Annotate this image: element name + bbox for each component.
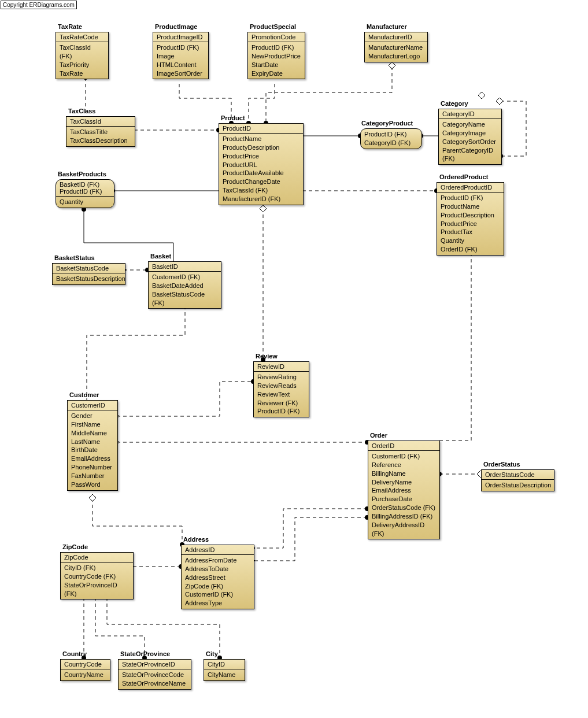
pk: BasketStatusCode [53,264,125,273]
attr: CategoryImage [442,129,498,138]
attr: PassWord [71,480,114,489]
attr: CategoryName [442,120,498,129]
attr: CountryName [64,671,106,679]
attr: FaxNumber [71,472,114,480]
entity-title-orderstatus: OrderStatus [483,461,520,468]
entity-title-address: Address [183,536,209,543]
entity-title-product: Product [221,114,245,121]
entity-review: ReviewID ReviewRating ReviewReads Review… [253,361,309,417]
entity-basketproducts: BasketID (FK) ProductID (FK) Quantity [56,179,114,208]
attr: Reviewer (FK) [257,399,305,408]
attr: ProductChangeDate [223,177,299,186]
attr: ReviewRating [257,373,305,382]
pk: ManufacturerID [365,32,427,42]
attr: ManufacturerLogo [368,52,424,61]
attr: CustomerID (FK) [152,273,217,282]
entity-title-city: City [206,650,218,657]
pk: CustomerID [68,401,117,410]
attr: ProductURL [223,161,299,169]
attr: BirthDate [71,446,114,454]
entity-title-customer: Customer [69,391,99,398]
attr: BasketStatusDescription [56,275,121,283]
pk: StateOrProvinceID [119,660,191,669]
entity-title-taxrate: TaxRate [58,23,82,30]
pk: TaxClassId [66,117,135,127]
attr: TaxClassId (FK) [223,186,299,195]
pk: ReviewID [254,362,309,372]
attr: ProductName [223,135,299,143]
attr: ReviewReads [257,382,305,390]
entity-title-productimage: ProductImage [155,23,197,30]
attr: CityName [208,671,241,679]
entity-title-review: Review [256,353,278,360]
entity-title-orderedproduct: OrderedProduct [439,173,488,180]
attr: ProductTax [441,228,500,236]
entity-categoryproduct: ProductID (FK) CategoryID (FK) [360,128,422,149]
attr: NewProductPrice [252,52,301,61]
entity-title-order: Order [370,432,387,439]
attr: OrderStatusDescription [485,481,550,490]
entity-productspecial: PromotionCode ProductID (FK) NewProductP… [247,32,305,79]
entity-category: CategoryID CategoryName CategoryImage Ca… [438,109,502,165]
entity-stateorprovince: StateOrProvinceID StateOrProvinceCode St… [118,659,191,690]
attr: ImageSortOrder [157,69,205,78]
pk: BasketID (FK) [60,181,110,188]
entity-basket: BasketID CustomerID (FK) BasketDateAdded… [148,261,221,309]
attr: ManufacturerName [368,43,424,52]
attr: CategorySortOrder [442,138,498,146]
pk: ProductID [219,124,303,134]
entity-zipcode: ZipCode CityID (FK) CountryCode (FK) Sta… [60,552,134,599]
attr: OrderID (FK) [441,245,500,254]
attr: LastName [71,438,114,446]
attr: BasketStatusCode (FK) [152,290,217,308]
entity-title-zipcode: ZipCode [62,543,88,550]
entity-title-stateorprovince: StateOrProvince [120,650,170,657]
attr: CityID (FK) [64,564,130,572]
attr: AddressStreet [185,573,250,582]
attr: TaxPriority [60,61,105,69]
attr: AddressType [185,599,250,608]
attr: Image [157,52,205,61]
entity-title-category: Category [441,100,468,107]
attr: AddressFromDate [185,556,250,565]
pk: ProductID (FK) [364,130,418,139]
entity-title-taxclass: TaxClass [68,108,96,114]
pk: BasketID [149,262,221,272]
attr: EmailAddress [372,486,436,495]
attr: DeliveryName [372,478,436,487]
attr: CustomerID (FK) [185,590,250,599]
attr: StateOrProvinceID (FK) [64,581,130,598]
attr: ProductID (FK) [252,43,301,52]
entity-taxrate: TaxRateCode TaxClassId (FK) TaxPriority … [56,32,109,79]
pk: CountryCode [61,660,110,669]
attr: Gender [71,412,114,420]
attr: ProductPrice [441,220,500,228]
copyright-label: Copyright ERDiagrams.com [1,1,77,9]
entity-title-basket: Basket [150,253,171,260]
entity-customer: CustomerID Gender FirstName MiddleName L… [67,400,118,491]
attr: AddressToDate [185,565,250,573]
attr: PhoneNumber [71,463,114,472]
entity-title-productspecial: ProductSpecial [250,23,296,30]
attr: PurchaseDate [372,495,436,504]
attr: ExpiryDate [252,69,301,78]
pk: CityID [204,660,245,669]
attr: MiddleName [71,429,114,438]
pk: OrderID [368,441,439,451]
attr: TaxClassId (FK) [60,43,105,61]
pk: TaxRateCode [56,32,108,42]
attr: ProductID (FK) [157,43,205,52]
entity-orderstatus: OrderStatusCode OrderStatusDescription [481,469,554,491]
attr: BasketDateAdded [152,282,217,290]
entity-title-country: Country [62,650,87,657]
attr: TaxClassDescription [70,136,131,145]
attr: OrderStatusCode (FK) [372,504,436,512]
attr: EmailAddress [71,454,114,463]
entity-city: CityID CityName [204,659,245,681]
attr: BillingAddressID (FK) [372,512,436,521]
attr: ManufacturerID (FK) [223,195,299,203]
attr: ProductyDescription [223,143,299,152]
entity-manufacturer: ManufacturerID ManufacturerName Manufact… [364,32,428,62]
attr: ProductName [441,202,500,211]
pk: CategoryID (FK) [364,139,418,147]
